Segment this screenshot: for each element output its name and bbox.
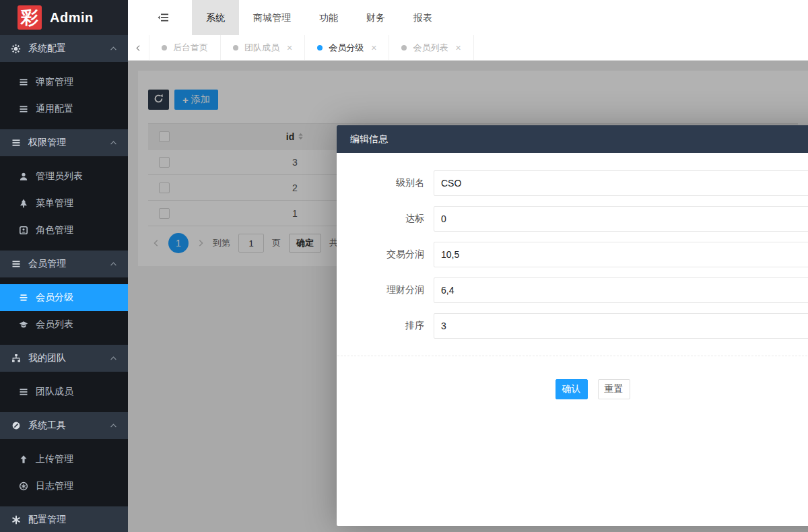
sidebar-item-member-list[interactable]: 会员列表	[0, 311, 128, 338]
tab-team-members[interactable]: 团队成员 ×	[221, 35, 305, 60]
confirm-button[interactable]: 确认	[556, 379, 588, 399]
sidebar-item-my-team[interactable]: 我的团队	[0, 345, 128, 372]
trade-profit-label: 交易分润	[350, 248, 424, 261]
finance-profit-input[interactable]	[434, 277, 808, 303]
brand-title: Admin	[50, 10, 94, 26]
sidebar-item-config-management[interactable]: 配置管理	[0, 506, 128, 532]
trade-profit-input[interactable]	[434, 242, 808, 267]
level-name-label: 级别名	[350, 177, 424, 189]
sidebar: 彩 Admin 系统配置 弹窗管理 通用配置 权限管理	[0, 0, 128, 532]
list-icon	[11, 259, 21, 269]
tab-dashboard[interactable]: 后台首页	[149, 35, 221, 60]
tool-circle-icon	[11, 421, 21, 431]
chevron-up-icon	[110, 422, 117, 430]
topnav-item-mall[interactable]: 商城管理	[239, 0, 305, 35]
sidebar-group-permission: 管理员列表 菜单管理 角色管理	[0, 156, 128, 251]
tab-dot	[317, 45, 323, 51]
sidebar-group-team: 团队成员	[0, 372, 128, 412]
modal-header[interactable]: 编辑信息	[337, 125, 808, 153]
form-divider	[337, 356, 808, 356]
sidebar-item-popup-management[interactable]: 弹窗管理	[0, 69, 128, 96]
sidebar-item-menu-management[interactable]: 菜单管理	[0, 190, 128, 217]
page-tabbar: 后台首页 团队成员 × 会员分级 × 会员列表 ×	[128, 35, 808, 61]
list-icon	[18, 104, 28, 114]
sidebar-item-team-members[interactable]: 团队成员	[0, 378, 128, 405]
form-row: 达标	[337, 206, 808, 232]
chevron-up-icon	[110, 139, 117, 147]
sidebar-item-permission-management[interactable]: 权限管理	[0, 129, 128, 156]
form-row: 级别名	[337, 170, 808, 196]
target-input[interactable]	[434, 206, 808, 232]
sidebar-item-member-management[interactable]: 会员管理	[0, 251, 128, 277]
sidebar-item-role-management[interactable]: 角色管理	[0, 217, 128, 244]
form-row: 交易分润	[337, 242, 808, 267]
user-icon	[18, 172, 28, 182]
close-icon[interactable]: ×	[287, 43, 292, 53]
brand-logo-icon: 彩	[18, 5, 42, 30]
id-badge-icon	[18, 226, 28, 236]
tab-member-list[interactable]: 会员列表 ×	[389, 35, 473, 60]
sort-input[interactable]	[434, 313, 808, 339]
level-name-input[interactable]	[434, 170, 808, 196]
form-row: 排序	[337, 313, 808, 339]
tab-dot	[401, 45, 407, 51]
sidebar-collapse-icon[interactable]	[154, 0, 172, 35]
tab-member-grading[interactable]: 会员分级 ×	[305, 35, 389, 60]
sidebar-item-admin-list[interactable]: 管理员列表	[0, 163, 128, 190]
sidebar-item-system-config[interactable]: 系统配置	[0, 35, 128, 62]
modal-title: 编辑信息	[350, 133, 388, 144]
sidebar-item-member-grading[interactable]: 会员分级	[0, 284, 128, 311]
asterisk-icon	[11, 515, 21, 525]
close-icon[interactable]: ×	[371, 43, 376, 53]
top-menu: 系统 商城管理 功能 财务 报表	[192, 0, 446, 35]
tree-icon	[18, 199, 28, 209]
reset-button[interactable]: 重置	[598, 379, 630, 399]
sidebar-item-upload-management[interactable]: 上传管理	[0, 446, 128, 473]
topnav-item-system[interactable]: 系统	[192, 0, 239, 35]
topnav-item-finance[interactable]: 财务	[352, 0, 399, 35]
chevron-up-icon	[110, 45, 117, 53]
topnav-item-function[interactable]: 功能	[305, 0, 352, 35]
sidebar-item-general-config[interactable]: 通用配置	[0, 96, 128, 123]
tab-dot	[233, 45, 238, 51]
close-icon[interactable]: ×	[455, 43, 461, 53]
list-icon	[18, 293, 28, 303]
tab-dot	[162, 45, 167, 51]
finance-profit-label: 理财分润	[350, 284, 424, 296]
cogs-icon	[11, 44, 21, 54]
chevron-up-icon	[110, 355, 117, 362]
sidebar-group-tools: 上传管理 日志管理	[0, 439, 128, 506]
sort-label: 排序	[350, 320, 424, 332]
list-icon	[11, 138, 21, 148]
list-icon	[18, 77, 28, 88]
modal-actions: 确认 重置	[337, 379, 808, 399]
form-row: 理财分润	[337, 277, 808, 303]
edit-info-modal: 编辑信息 级别名 达标 交易分润 理财分润 排序	[337, 125, 808, 526]
sidebar-item-system-tools[interactable]: 系统工具	[0, 412, 128, 439]
sidebar-item-log-management[interactable]: 日志管理	[0, 473, 128, 500]
sidebar-group-member: 会员分级 会员列表	[0, 277, 128, 345]
target-label: 达标	[350, 213, 424, 225]
top-navbar: 系统 商城管理 功能 财务 报表	[128, 0, 808, 35]
tab-scroll-left-icon[interactable]	[128, 35, 149, 61]
sitemap-icon	[11, 354, 21, 364]
arrow-up-icon	[18, 455, 28, 465]
sidebar-group-system-config: 弹窗管理 通用配置	[0, 62, 128, 129]
log-gear-icon	[18, 481, 28, 492]
chevron-up-icon	[110, 261, 117, 268]
brand: 彩 Admin	[0, 0, 128, 35]
app-root: 彩 Admin 系统配置 弹窗管理 通用配置 权限管理	[0, 0, 808, 532]
topnav-item-report[interactable]: 报表	[399, 0, 446, 35]
list-icon	[18, 387, 28, 397]
modal-body: 级别名 达标 交易分润 理财分润 排序 确认 重置	[337, 153, 808, 399]
graduation-cap-icon	[18, 320, 28, 330]
